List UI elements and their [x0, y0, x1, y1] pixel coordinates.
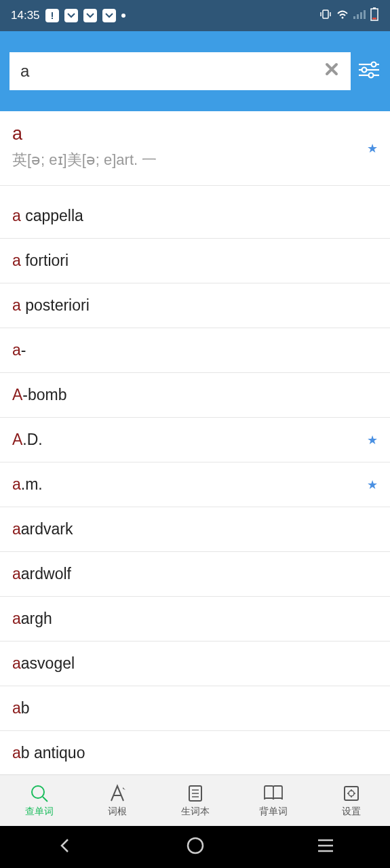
nav-item-0[interactable]: 查单词 — [0, 775, 78, 826]
recent-icon[interactable] — [317, 838, 334, 856]
svg-point-18 — [369, 73, 374, 78]
system-nav — [0, 826, 390, 868]
star-icon[interactable]: ★ — [367, 141, 378, 156]
svg-rect-8 — [360, 12, 362, 19]
nav-label: 设置 — [342, 806, 361, 818]
list-word: aardvark — [12, 520, 378, 538]
list-word: a cappella — [12, 207, 378, 225]
nav-icon — [107, 783, 128, 804]
status-notif-1-icon — [45, 9, 59, 22]
entry-word: a — [12, 123, 367, 144]
nav-icon — [341, 783, 362, 804]
list-item[interactable]: a fortiori — [0, 239, 390, 283]
list-item[interactable]: A.D.★ — [0, 418, 390, 462]
nav-label: 查单词 — [25, 806, 54, 818]
svg-rect-0 — [52, 12, 53, 17]
filter-icon[interactable] — [357, 60, 381, 82]
clear-icon[interactable] — [324, 60, 340, 82]
svg-rect-2 — [323, 10, 328, 18]
nav-label: 词根 — [108, 806, 127, 818]
star-icon[interactable]: ★ — [367, 433, 378, 448]
svg-rect-12 — [372, 18, 376, 20]
svg-point-19 — [32, 786, 44, 798]
list-word: ab antiquo — [12, 744, 378, 762]
list-item[interactable]: aasvogel — [0, 642, 390, 686]
search-bar — [0, 31, 390, 111]
nav-label: 背单词 — [259, 806, 288, 818]
list-word: ab — [12, 699, 378, 717]
svg-point-31 — [188, 838, 203, 853]
nav-item-2[interactable]: 生词本 — [156, 775, 234, 826]
search-input[interactable] — [20, 62, 324, 81]
list-word: a.m. — [12, 475, 367, 494]
status-notif-2-icon — [64, 9, 78, 22]
list-word: a fortiori — [12, 252, 378, 270]
home-icon[interactable] — [186, 836, 205, 858]
back-icon[interactable] — [56, 837, 74, 857]
svg-line-20 — [43, 797, 47, 802]
status-notif-4-icon — [102, 9, 116, 22]
signal-icon — [353, 9, 366, 22]
nav-item-4[interactable]: 设置 — [312, 775, 390, 826]
vibrate-icon — [319, 9, 332, 23]
list-item[interactable]: a.m.★ — [0, 462, 390, 507]
list-item[interactable]: ab antiquo — [0, 731, 390, 774]
nav-icon — [185, 783, 206, 804]
list-word: A-bomb — [12, 386, 378, 404]
star-icon[interactable]: ★ — [367, 477, 378, 492]
entry-phonetic: 英[ə; eɪ]美[ə; e]art. 一 — [12, 150, 367, 170]
list-item[interactable]: aardvark — [0, 507, 390, 552]
entry-main[interactable]: a 英[ə; eɪ]美[ə; e]art. 一 ★ — [0, 111, 390, 186]
list-item[interactable]: ab — [0, 686, 390, 731]
list-item[interactable]: aargh — [0, 597, 390, 642]
nav-item-1[interactable]: 词根 — [78, 775, 156, 826]
svg-rect-25 — [345, 787, 358, 800]
svg-rect-9 — [364, 10, 366, 19]
svg-point-26 — [349, 791, 354, 796]
svg-rect-7 — [357, 14, 359, 19]
list-item[interactable]: a posteriori — [0, 283, 390, 328]
list-word: A.D. — [12, 431, 367, 449]
nav-item-3[interactable]: 背单词 — [234, 775, 312, 826]
word-list: a cappellaa fortioria posterioria-A-bomb… — [0, 194, 390, 774]
status-time: 14:35 — [11, 9, 40, 22]
search-input-wrap — [9, 52, 351, 90]
list-word: aardwolf — [12, 565, 378, 583]
svg-point-16 — [362, 68, 367, 73]
svg-point-5 — [342, 16, 344, 18]
list-word: a- — [12, 341, 378, 359]
wifi-icon — [336, 9, 349, 23]
list-word: aargh — [12, 610, 378, 628]
list-item[interactable]: a cappella — [0, 194, 390, 239]
svg-rect-6 — [353, 16, 355, 19]
list-word: a posteriori — [12, 296, 378, 315]
bottom-nav: 查单词词根生词本背单词设置 — [0, 774, 390, 826]
status-more-icon — [121, 14, 125, 18]
battery-icon — [370, 7, 379, 24]
status-notif-3-icon — [83, 9, 97, 22]
nav-icon — [262, 783, 285, 804]
nav-label: 生词本 — [181, 806, 210, 818]
svg-rect-1 — [52, 18, 53, 19]
list-item[interactable]: A-bomb — [0, 373, 390, 418]
list-word: aasvogel — [12, 654, 378, 673]
status-bar: 14:35 — [0, 0, 390, 31]
list-item[interactable]: a- — [0, 328, 390, 373]
list-item[interactable]: aardwolf — [0, 552, 390, 597]
nav-icon — [29, 783, 50, 804]
svg-point-14 — [372, 62, 376, 67]
